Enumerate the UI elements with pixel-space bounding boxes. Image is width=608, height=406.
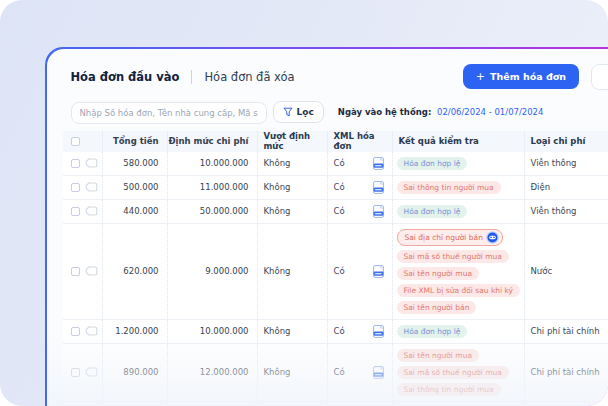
col-xml-invoice: XML hóa đơn xyxy=(328,131,393,152)
total-amount-cell: 440.000 xyxy=(103,200,168,223)
xml-value: Có xyxy=(334,182,345,192)
search-box xyxy=(71,101,267,123)
xml-invoice-cell: Có xyxy=(328,224,393,319)
system-date-range: Ngày vào hệ thống: 02/06/2024 - 01/07/20… xyxy=(338,107,544,117)
check-result-badge: Hóa đơn hợp lệ xyxy=(397,205,468,218)
row-checkbox[interactable] xyxy=(71,207,80,216)
secondary-action-button[interactable] xyxy=(591,64,608,90)
tag-icon[interactable] xyxy=(85,326,98,336)
ai-agent-cursor-icon xyxy=(486,231,499,244)
xml-file-icon[interactable] xyxy=(373,265,384,278)
expense-type-cell: Điện xyxy=(525,402,608,406)
total-amount-cell: 500.000 xyxy=(103,176,168,199)
invoice-panel-border: Hóa đơn đầu vào Hóa đơn đã xóa + Thêm hó… xyxy=(45,47,608,406)
col-expense-type: Loại chi phí xyxy=(525,131,608,152)
panel-header: Hóa đơn đầu vào Hóa đơn đã xóa + Thêm hó… xyxy=(47,63,608,91)
table-body: 580.000 10.000.000 Không Có Hóa đơn hợp … xyxy=(63,152,608,406)
cost-limit-cell: 50.000.000 xyxy=(168,200,258,223)
xml-value: Có xyxy=(334,206,345,216)
cost-limit-cell: 10.000.000 xyxy=(168,152,258,175)
date-range-value[interactable]: 02/06/2024 - 01/07/2024 xyxy=(437,107,543,117)
table-row: 770.000 12.000.000 Không Có Hóa đơn hợp … xyxy=(63,402,608,406)
select-all-checkbox[interactable] xyxy=(71,137,80,146)
check-result-cell: Hóa đơn hợp lệ xyxy=(393,320,525,343)
total-amount-cell: 770.000 xyxy=(103,402,168,406)
tag-icon[interactable] xyxy=(85,367,98,377)
expense-type-cell: Điện xyxy=(525,176,608,199)
xml-file-icon[interactable] xyxy=(373,325,384,338)
row-checkbox[interactable] xyxy=(71,183,80,192)
table-row: 1.200.000 10.000.000 Không Có Hóa đơn hợ… xyxy=(63,320,608,344)
row-checkbox[interactable] xyxy=(71,368,80,377)
total-amount-cell: 580.000 xyxy=(103,152,168,175)
tab-divider xyxy=(191,70,192,84)
check-result-badge: Hóa đơn hợp lệ xyxy=(397,157,468,170)
check-result-cell: Sai địa chỉ người bánSai mã số thuế ngườ… xyxy=(393,224,525,319)
expense-type-cell: Nước xyxy=(525,224,608,319)
invoice-panel: Hóa đơn đầu vào Hóa đơn đã xóa + Thêm hó… xyxy=(47,49,608,406)
check-result-cell: Hóa đơn hợp lệ xyxy=(393,152,525,175)
filter-row: Lọc Ngày vào hệ thống: 02/06/2024 - 01/0… xyxy=(47,101,608,123)
expense-type-cell: Chi phí tài chính xyxy=(525,344,608,401)
xml-invoice-cell: Có xyxy=(328,152,393,175)
exceed-limit-cell: Không xyxy=(258,224,328,319)
xml-value: Có xyxy=(334,158,345,168)
xml-invoice-cell: Có xyxy=(328,176,393,199)
col-check-result: Kết quả kiểm tra xyxy=(393,131,525,152)
exceed-limit-cell: Không xyxy=(258,200,328,223)
cost-limit-cell: 12.000.000 xyxy=(168,402,258,406)
row-checkbox[interactable] xyxy=(71,327,80,336)
tag-icon[interactable] xyxy=(85,206,98,216)
table-row: 620.000 9.000.000 Không Có Sai địa chỉ n… xyxy=(63,224,608,320)
date-range-label: Ngày vào hệ thống: xyxy=(338,107,432,117)
expense-type-cell: Viễn thông xyxy=(525,200,608,223)
table-row: 440.000 50.000.000 Không Có Hóa đơn hợp … xyxy=(63,200,608,224)
xml-value: Có xyxy=(334,326,345,336)
row-checkbox[interactable] xyxy=(71,159,80,168)
exceed-limit-cell: Không xyxy=(258,402,328,406)
xml-file-icon[interactable] xyxy=(373,181,384,194)
cost-limit-cell: 10.000.000 xyxy=(168,320,258,343)
invoice-table: Tổng tiền Định mức chi phí Vượt định mức… xyxy=(63,131,608,406)
check-result-badge: Sai tên người mua xyxy=(397,349,480,362)
tag-icon[interactable] xyxy=(85,158,98,168)
header-actions: + Thêm hóa đơn xyxy=(463,64,608,90)
check-result-cell: Sai tên người muaSai mã số thuế người mu… xyxy=(393,344,525,401)
col-cost-limit: Định mức chi phí xyxy=(168,131,258,152)
xml-value: Có xyxy=(334,367,345,377)
search-input[interactable] xyxy=(71,102,267,124)
tag-icon[interactable] xyxy=(85,266,98,276)
check-result-badge: Sai tên người bán xyxy=(397,301,477,314)
cost-limit-cell: 12.000.000 xyxy=(168,344,258,401)
screenshot-root: Hóa đơn đầu vào Hóa đơn đã xóa + Thêm hó… xyxy=(0,0,608,406)
total-amount-cell: 1.200.000 xyxy=(103,320,168,343)
add-invoice-button[interactable]: + Thêm hóa đơn xyxy=(463,64,579,89)
xml-file-icon[interactable] xyxy=(373,366,384,379)
tab-bar: Hóa đơn đầu vào Hóa đơn đã xóa xyxy=(71,70,295,84)
exceed-limit-cell: Không xyxy=(258,176,328,199)
filter-button-label: Lọc xyxy=(297,107,314,117)
check-result-cell: Sai thông tin người mua xyxy=(393,176,525,199)
tab-deleted-invoices[interactable]: Hóa đơn đã xóa xyxy=(204,70,294,84)
xml-file-icon[interactable] xyxy=(373,205,384,218)
tag-icon[interactable] xyxy=(85,182,98,192)
col-exceed-limit: Vượt định mức xyxy=(258,131,328,152)
total-amount-cell: 890.000 xyxy=(103,344,168,401)
check-result-badge: Sai thông tin người mua xyxy=(397,181,501,194)
expense-type-cell: Chi phí tài chính xyxy=(525,320,608,343)
table-row: 890.000 12.000.000 Không Có Sai tên ngườ… xyxy=(63,344,608,402)
xml-value: Có xyxy=(334,266,345,276)
exceed-limit-cell: Không xyxy=(258,344,328,401)
cost-limit-cell: 11.000.000 xyxy=(168,176,258,199)
tab-input-invoices[interactable]: Hóa đơn đầu vào xyxy=(71,70,180,84)
col-total-amount: Tổng tiền xyxy=(103,131,168,152)
check-result-badge: Hóa đơn hợp lệ xyxy=(397,325,468,338)
row-checkbox[interactable] xyxy=(71,267,80,276)
table-row: 500.000 11.000.000 Không Có Sai thông ti… xyxy=(63,176,608,200)
exceed-limit-cell: Không xyxy=(258,152,328,175)
xml-file-icon[interactable] xyxy=(373,157,384,170)
check-result-badge: Sai mã số thuế người mua xyxy=(397,366,509,379)
check-result-badge: Sai mã số thuế người mua xyxy=(397,250,509,263)
xml-invoice-cell: Có xyxy=(328,200,393,223)
filter-button[interactable]: Lọc xyxy=(273,101,324,123)
